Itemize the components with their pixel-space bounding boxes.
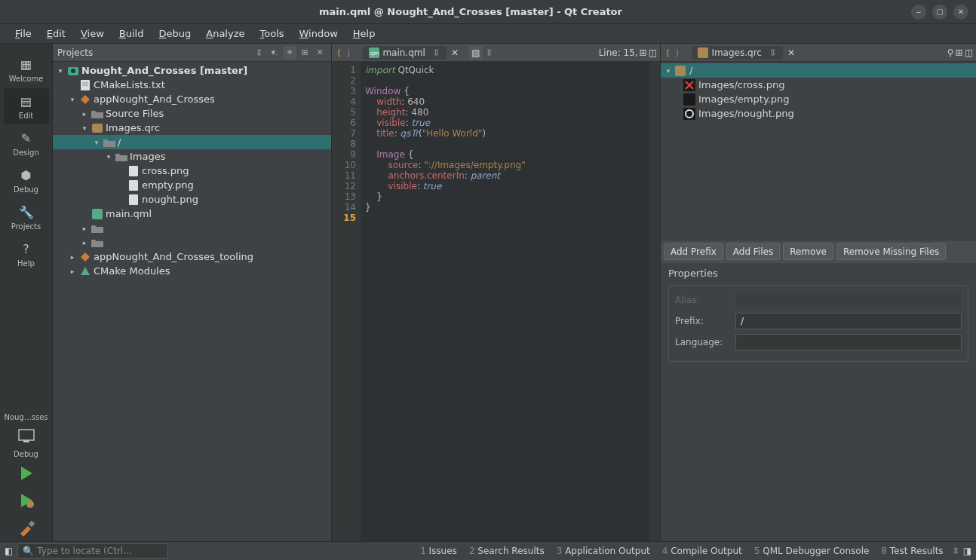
split-icon[interactable]: ⊞ <box>298 46 312 60</box>
code-editor[interactable]: 123456789101112131415 import QtQuickWind… <box>332 62 660 541</box>
remove-missing-files-button[interactable]: Remove Missing Files <box>836 243 946 260</box>
resource-file-selector[interactable]: Images.qrc ⇳ <box>692 46 783 60</box>
close-panel-icon[interactable]: ✕ <box>313 46 327 60</box>
menu-analyze[interactable]: Analyze <box>200 26 250 41</box>
alias-input <box>735 292 962 308</box>
mode-projects[interactable]: 🔧Projects <box>4 199 49 235</box>
split-editor-icon[interactable]: ⊞ <box>956 47 963 58</box>
output-qml-debugger-console[interactable]: 5 QML Debugger Console <box>748 546 876 556</box>
add-prefix-button[interactable]: Add Prefix <box>664 243 723 260</box>
menu-view[interactable]: View <box>75 26 110 41</box>
maximize-button[interactable]: ▢ <box>932 5 947 20</box>
mode-debug[interactable]: ⬢Debug <box>4 162 49 198</box>
menu-tools[interactable]: Tools <box>253 26 290 41</box>
tree-item[interactable]: main.qml <box>53 207 331 221</box>
kit-name[interactable]: Noug…sses <box>4 413 48 421</box>
tree-item[interactable]: ▾Images.qrc <box>53 121 331 135</box>
add-files-button[interactable]: Add Files <box>726 243 780 260</box>
expand-icon[interactable]: ▸ <box>80 239 89 246</box>
person-icon[interactable]: ⚲ <box>947 47 954 58</box>
expand-icon[interactable]: ▾ <box>56 67 65 75</box>
qrc-root-row[interactable]: ▾ / <box>661 63 976 78</box>
prefix-input[interactable] <box>735 313 962 329</box>
menu-build[interactable]: Build <box>113 26 150 41</box>
output-application-output[interactable]: 3 Application Output <box>551 546 656 556</box>
tree-item[interactable]: ▾Images <box>53 149 331 164</box>
expand-icon[interactable]: ▾ <box>104 153 113 161</box>
output-compile-output[interactable]: 4 Compile Output <box>656 546 748 556</box>
hash-icon[interactable]: ▨ <box>469 46 483 60</box>
txt-icon <box>79 80 91 90</box>
tree-item[interactable]: ▾appNought_And_Crosses <box>53 92 331 106</box>
mode-welcome[interactable]: ▦Welcome <box>4 51 49 87</box>
help-icon: ? <box>18 240 35 257</box>
qrc-file-row[interactable]: Images/cross.png <box>661 78 976 92</box>
selector-updown-icon[interactable]: ⇳ <box>256 47 263 58</box>
expand-icon[interactable]: ▾ <box>68 96 77 103</box>
project-tree[interactable]: ▾Nought_And_Crosses [master]CMakeLists.t… <box>53 62 331 541</box>
sidebar-toggle-icon[interactable]: ◧ <box>5 546 13 556</box>
output-search-results[interactable]: 2 Search Results <box>463 546 551 556</box>
qrc-icon <box>674 65 686 77</box>
expand-icon[interactable]: ▸ <box>80 225 89 232</box>
mode-design[interactable]: ✎Design <box>4 125 49 161</box>
right-sidebar-toggle-icon[interactable]: ◨ <box>963 546 971 556</box>
locator-input[interactable]: 🔍 Type to locate (Ctrl… <box>17 543 168 558</box>
qrc-file-row[interactable]: Images/empty.png <box>661 92 976 106</box>
build-button[interactable] <box>11 516 41 540</box>
remove-button[interactable]: Remove <box>783 243 833 260</box>
split-editor-icon[interactable]: ⊞ <box>640 47 647 58</box>
expand-icon[interactable]: ▸ <box>68 253 77 261</box>
menu-edit[interactable]: Edit <box>41 26 72 41</box>
tree-item[interactable]: ▸CMake Modules <box>53 264 331 278</box>
menu-window[interactable]: Window <box>293 26 344 41</box>
mode-help[interactable]: ?Help <box>4 236 49 272</box>
debug-run-button[interactable] <box>11 488 41 513</box>
kit-selector[interactable] <box>11 424 41 448</box>
close-document-icon[interactable]: ✕ <box>784 47 798 58</box>
tree-item[interactable]: ▸ <box>53 235 331 249</box>
close-button[interactable]: ✕ <box>953 5 968 20</box>
menu-file[interactable]: File <box>9 26 38 41</box>
editor-scrollbar[interactable] <box>649 62 660 541</box>
tree-item[interactable]: empty.png <box>53 178 331 192</box>
nav-fwd-icon[interactable]: ⟩ <box>674 47 682 58</box>
nav-back-icon[interactable]: ⟨ <box>335 47 343 58</box>
tree-item[interactable]: ▾/ <box>53 135 331 149</box>
tree-item[interactable]: CMakeLists.txt <box>53 78 331 92</box>
tree-item[interactable]: ▾Nought_And_Crosses [master] <box>53 63 331 78</box>
expand-icon[interactable]: ▾ <box>92 139 101 146</box>
tree-item[interactable]: ▸Source Files <box>53 106 331 121</box>
tree-item[interactable]: cross.png <box>53 164 331 178</box>
close-document-icon[interactable]: ✕ <box>448 47 462 58</box>
nav-back-icon[interactable]: ⟨ <box>664 47 672 58</box>
window-title: main.qml @ Nought_And_Crosses [master] -… <box>30 6 911 17</box>
expand-icon[interactable]: ▸ <box>68 268 77 275</box>
close-split-icon[interactable]: ◫ <box>649 47 657 58</box>
status-updown-icon[interactable]: ⇳ <box>950 546 963 556</box>
menu-help[interactable]: Help <box>347 26 382 41</box>
expand-icon[interactable]: ▸ <box>80 110 89 118</box>
language-input[interactable] <box>735 334 962 350</box>
qrc-file-row[interactable]: Images/nought.png <box>661 106 976 121</box>
editor-panel: ⟨ ⟩ qml main.qml ⇳ ✕ ▨ ⇳ Line: 15, ⊞ ◫ 1… <box>332 44 661 541</box>
qrc-icon <box>91 123 103 133</box>
menu-debug[interactable]: Debug <box>152 26 197 41</box>
expand-icon[interactable]: ▾ <box>80 124 89 132</box>
nav-fwd-icon[interactable]: ⟩ <box>345 47 353 58</box>
minimize-button[interactable]: ‒ <box>911 5 926 20</box>
close-split-icon[interactable]: ◫ <box>965 47 973 58</box>
filter-icon[interactable]: ▾. <box>268 46 281 60</box>
link-icon[interactable]: ⚭ <box>283 46 296 60</box>
output-issues[interactable]: 1 Issues <box>414 546 463 556</box>
editor-file-selector[interactable]: qml main.qml ⇳ <box>363 46 447 60</box>
output-test-results[interactable]: 8 Test Results <box>875 546 949 556</box>
expand-icon[interactable]: ▾ <box>664 67 673 75</box>
tree-item[interactable]: ▸ <box>53 221 331 235</box>
line-indicator[interactable]: Line: 15, <box>599 47 638 58</box>
resource-tree[interactable]: ▾ / Images/cross.pngImages/empty.pngImag… <box>661 62 976 240</box>
mode-edit[interactable]: ▤Edit <box>4 88 49 124</box>
tree-item[interactable]: ▸appNought_And_Crosses_tooling <box>53 249 331 264</box>
tree-item[interactable]: nought.png <box>53 192 331 207</box>
run-button[interactable] <box>11 461 41 485</box>
